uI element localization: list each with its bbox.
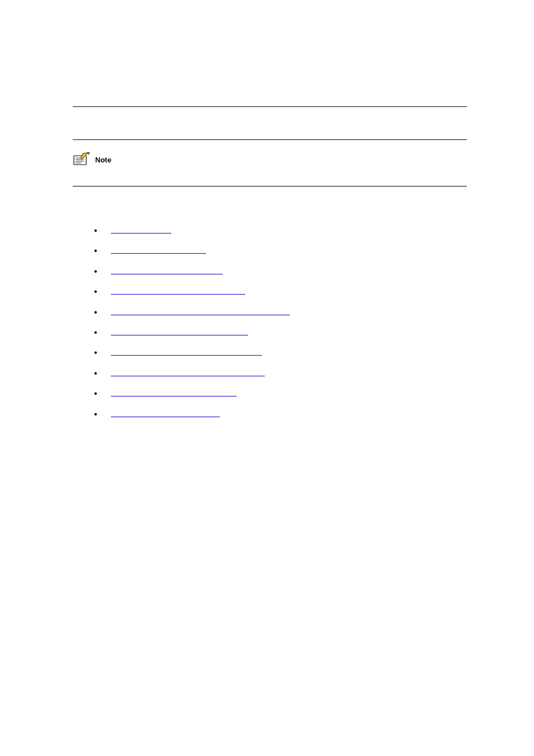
link-4[interactable] bbox=[111, 287, 245, 295]
list-item bbox=[94, 246, 467, 258]
list-item bbox=[94, 348, 467, 360]
link-6[interactable] bbox=[111, 328, 248, 335]
list-item bbox=[94, 287, 467, 299]
svg-rect-0 bbox=[74, 156, 86, 165]
note-top-divider bbox=[73, 139, 467, 140]
list-item bbox=[94, 409, 467, 422]
note-bottom-divider bbox=[73, 186, 467, 186]
note-body-spacer bbox=[73, 175, 467, 186]
list-item bbox=[94, 307, 467, 320]
note-section: Note bbox=[73, 139, 467, 186]
page-content: Note bbox=[0, 0, 534, 422]
list-item bbox=[94, 368, 467, 381]
link-10[interactable] bbox=[111, 409, 220, 417]
link-9[interactable] bbox=[111, 389, 237, 396]
note-header: Note bbox=[73, 152, 467, 167]
link-2[interactable] bbox=[111, 246, 206, 254]
list-item bbox=[94, 389, 467, 401]
note-label: Note bbox=[95, 156, 111, 164]
link-list bbox=[73, 226, 467, 422]
link-7[interactable] bbox=[111, 348, 262, 356]
link-8[interactable] bbox=[111, 368, 265, 376]
top-divider bbox=[73, 106, 467, 107]
link-3[interactable] bbox=[111, 267, 223, 274]
list-item bbox=[94, 226, 467, 238]
list-item bbox=[94, 267, 467, 279]
list-item bbox=[94, 328, 467, 340]
link-5[interactable] bbox=[111, 307, 290, 315]
note-icon bbox=[73, 152, 91, 167]
link-1[interactable] bbox=[111, 226, 171, 234]
